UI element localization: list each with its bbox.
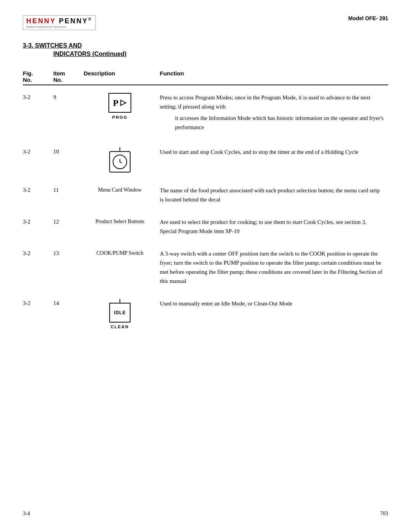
function-cell: A 3-way switch with a center OFF positio… — [160, 249, 388, 286]
col-description: Description — [84, 70, 160, 83]
col-fig: Fig. No. — [23, 70, 53, 83]
item-no: 9 — [53, 93, 84, 102]
item-no: 11 — [53, 186, 84, 195]
svg-marker-0 — [121, 100, 126, 105]
timer-hand-icon — [116, 158, 124, 166]
fig-no: 3-2 — [23, 299, 53, 308]
function-indent: it accesses the Information Mode which h… — [175, 113, 384, 132]
prog-icon: P — [108, 93, 132, 113]
fig-no: 3-2 — [23, 249, 53, 258]
fig-no: 3-2 — [23, 217, 53, 226]
table: Fig. No. Item No. Description Function 3… — [23, 70, 388, 330]
timer-stem — [119, 147, 120, 151]
fig-no: 3-2 — [23, 147, 53, 156]
timer-box — [109, 151, 131, 173]
table-row: 3-2 11 Menu Card Window The name of the … — [23, 186, 388, 204]
function-cell: Used to manually enter an Idle Mode, or … — [160, 299, 388, 308]
header: HENNY PENNY® Global Foodservice Solution… — [23, 15, 388, 30]
description-cell: Product Select Buttons — [84, 217, 160, 225]
logo-penny: PENNY® — [56, 17, 92, 25]
table-row: 3-2 13 COOK/PUMP Switch A 3-way switch w… — [23, 249, 388, 286]
table-row: 3-2 9 P PROG Press to access Program Mod… — [23, 93, 388, 134]
col-item: Item No. — [53, 70, 84, 83]
logo-text: HENNY PENNY® — [26, 17, 92, 25]
description-cell — [84, 147, 160, 173]
table-row: 3-2 12 Product Select Buttons Are used t… — [23, 217, 388, 236]
svg-line-2 — [120, 162, 122, 163]
section-title: 3-3. SWITCHES AND INDICATORS (Continued) — [23, 42, 388, 59]
logo-border: HENNY PENNY® Global Foodservice Solution… — [23, 15, 96, 30]
timer-circle — [113, 155, 127, 169]
function-cell: The name of the food product associated … — [160, 186, 388, 204]
prog-p-letter: P — [113, 96, 119, 110]
table-headers: Fig. No. Item No. Description Function — [23, 70, 388, 85]
item-no: 13 — [53, 249, 84, 258]
prog-label: PROG — [112, 114, 127, 121]
page: HENNY PENNY® Global Foodservice Solution… — [0, 0, 411, 532]
table-row: 3-2 10 Used to — [23, 147, 388, 173]
description-cell: IDLE CLEAN — [84, 299, 160, 330]
prog-arrow-icon — [120, 99, 127, 106]
table-row: 3-2 14 IDLE CLEAN Used to manually enter… — [23, 299, 388, 330]
section-title-line1: 3-3. SWITCHES AND — [23, 42, 388, 50]
clean-label: CLEAN — [111, 324, 129, 330]
fig-no: 3-2 — [23, 93, 53, 102]
timer-icon-wrapper — [109, 147, 131, 173]
item-no: 12 — [53, 217, 84, 226]
function-cell: Are used to select the product for cooki… — [160, 217, 388, 236]
idle-label-inside: IDLE — [114, 309, 126, 316]
fig-no: 3-2 — [23, 186, 53, 195]
logo-henny: HENNY — [26, 17, 56, 25]
description-cell: COOK/PUMP Switch — [84, 249, 160, 257]
description-cell: P PROG — [84, 93, 160, 121]
section-title-line2: INDICATORS (Continued) — [53, 50, 388, 58]
function-cell: Used to start and stop Cook Cycles, and … — [160, 147, 388, 157]
description-cell: Menu Card Window — [84, 186, 160, 194]
item-no: 10 — [53, 147, 84, 156]
idle-stem — [119, 299, 120, 303]
idle-clean-icon-wrapper: IDLE CLEAN — [109, 299, 131, 330]
model-number: Model OFE- 291 — [348, 15, 388, 21]
function-cell: Press to access Program Modes; once in t… — [160, 93, 388, 134]
footer-page-right: 703 — [380, 511, 388, 517]
logo-tagline: Global Foodservice Solutions — [26, 26, 92, 28]
footer-page-left: 3-4 — [23, 511, 30, 517]
logo-area: HENNY PENNY® Global Foodservice Solution… — [23, 15, 96, 30]
idle-box: IDLE — [109, 303, 131, 323]
item-no: 14 — [53, 299, 84, 308]
footer: 3-4 703 — [23, 511, 388, 517]
col-function: Function — [160, 70, 388, 83]
